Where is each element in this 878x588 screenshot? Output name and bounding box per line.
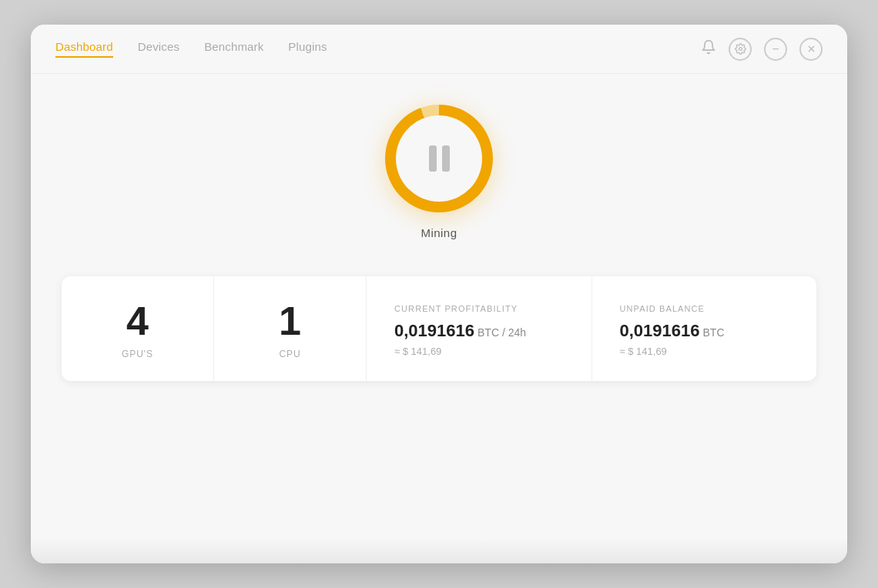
- minimize-icon[interactable]: −: [764, 38, 787, 61]
- mining-section: Mining: [385, 105, 493, 239]
- main-content: Mining 4 GPU'S 1 CPU CURRENT PROFITABILI…: [31, 74, 847, 539]
- bottom-fade: [31, 539, 847, 563]
- balance-sub-label: UNPAID BALANCE: [620, 304, 705, 313]
- mining-button[interactable]: [385, 105, 493, 212]
- nav-item-devices[interactable]: Devices: [138, 40, 179, 58]
- profitability-value: 0,0191616BTC / 24h: [394, 321, 526, 341]
- nav-item-dashboard[interactable]: Dashboard: [55, 40, 113, 58]
- balance-unit: BTC: [703, 326, 725, 339]
- pause-icon: [429, 145, 450, 172]
- stat-card-profitability: CURRENT PROFITABILITY 0,0191616BTC / 24h…: [367, 276, 592, 381]
- mining-button-inner: [396, 115, 482, 202]
- gpu-count: 4: [126, 301, 149, 341]
- stat-card-gpus: 4 GPU'S: [62, 276, 214, 381]
- gpu-label: GPU'S: [122, 349, 153, 359]
- profitability-approx: ≈ $ 141,69: [394, 346, 441, 357]
- balance-value: 0,0191616BTC: [620, 321, 725, 341]
- nav-right: −: [701, 38, 823, 61]
- profitability-sub-label: CURRENT PROFITABILITY: [394, 304, 518, 313]
- mining-status-label: Mining: [421, 226, 457, 239]
- svg-point-0: [739, 48, 742, 51]
- app-window: Dashboard Devices Benchmark Plugins −: [31, 25, 847, 563]
- settings-icon[interactable]: [729, 38, 752, 61]
- nav-left: Dashboard Devices Benchmark Plugins: [55, 40, 327, 58]
- stat-card-balance: UNPAID BALANCE 0,0191616BTC ≈ $ 141,69: [592, 276, 817, 381]
- nav-item-benchmark[interactable]: Benchmark: [204, 40, 263, 58]
- cpu-label: CPU: [279, 349, 300, 359]
- nav-item-plugins[interactable]: Plugins: [288, 40, 327, 58]
- stats-row: 4 GPU'S 1 CPU CURRENT PROFITABILITY 0,01…: [62, 276, 816, 381]
- pause-bar-right: [442, 145, 450, 172]
- profitability-unit: BTC / 24h: [478, 326, 526, 339]
- cpu-count: 1: [279, 301, 301, 341]
- pause-bar-left: [429, 145, 437, 172]
- bell-icon[interactable]: [701, 39, 716, 58]
- close-icon[interactable]: [799, 38, 823, 61]
- nav-bar: Dashboard Devices Benchmark Plugins −: [31, 25, 847, 74]
- balance-approx: ≈ $ 141,69: [620, 346, 667, 357]
- stat-card-cpu: 1 CPU: [214, 276, 367, 381]
